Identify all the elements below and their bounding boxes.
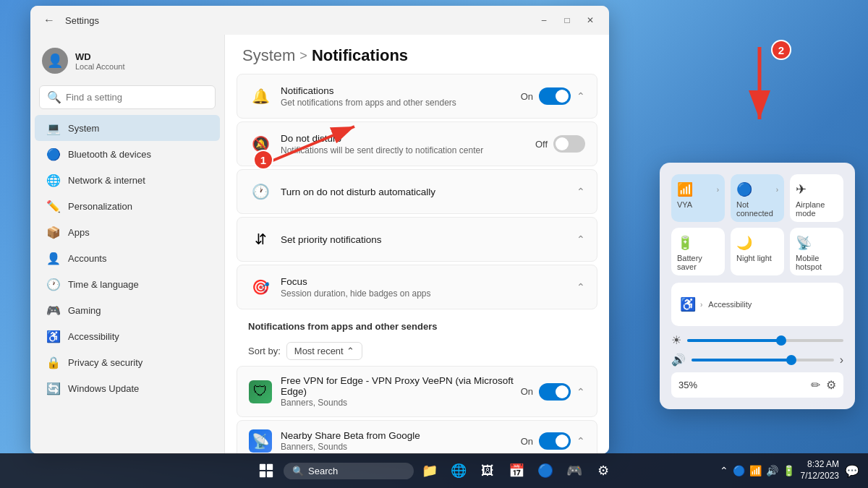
setting-text: Set priority notifications bbox=[281, 234, 576, 245]
calendar-icon[interactable]: 📅 bbox=[503, 458, 529, 484]
search-setting-container[interactable]: 🔍 bbox=[39, 85, 216, 109]
edge-icon[interactable]: 🌐 bbox=[446, 458, 472, 484]
sort-dropdown[interactable]: Most recent ⌃ bbox=[286, 342, 362, 360]
toggle-value: On bbox=[521, 436, 533, 447]
qs-hotspot-button[interactable]: 📡 Mobile hotspot bbox=[790, 228, 843, 275]
vpn-toggle[interactable] bbox=[539, 383, 571, 401]
qs-battery-saver-button[interactable]: 🔋 Battery saver bbox=[671, 228, 725, 275]
search-setting-input[interactable] bbox=[66, 92, 208, 103]
qs-night-light-button[interactable]: 🌙 Night light bbox=[731, 228, 784, 275]
time-icon: 🕐 bbox=[46, 277, 61, 291]
app-row-nearby[interactable]: 📡 Nearby Share Beta from Google Banners,… bbox=[237, 420, 597, 454]
sidebar-item-network[interactable]: 🌐 Network & internet bbox=[35, 167, 220, 193]
svg-rect-4 bbox=[260, 464, 265, 470]
setting-desc: Get notifications from apps and other se… bbox=[281, 98, 521, 108]
sidebar-item-apps[interactable]: 📦 Apps bbox=[35, 219, 220, 245]
brightness-thumb[interactable] bbox=[776, 335, 786, 346]
close-button[interactable]: ✕ bbox=[580, 10, 600, 30]
sidebar-item-time[interactable]: 🕐 Time & language bbox=[35, 271, 220, 297]
settings-icon[interactable]: ⚙ bbox=[590, 458, 616, 484]
brightness-slider[interactable] bbox=[687, 339, 843, 342]
setting-text: Notifications Get notifications from app… bbox=[281, 85, 521, 108]
sidebar-item-privacy[interactable]: 🔒 Privacy & security bbox=[35, 349, 220, 375]
minimize-button[interactable]: – bbox=[534, 10, 554, 30]
volume-thumb[interactable] bbox=[786, 355, 796, 365]
sidebar-item-system[interactable]: 💻 System bbox=[35, 115, 220, 141]
sort-chevron-icon: ⌃ bbox=[346, 346, 354, 356]
notifications-toggle[interactable] bbox=[539, 87, 571, 105]
game-icon[interactable]: 🎮 bbox=[561, 458, 587, 484]
focus-icon: 🎯 bbox=[249, 275, 272, 299]
sidebar-item-accessibility[interactable]: ♿ Accessibility bbox=[35, 323, 220, 349]
setting-title: Set priority notifications bbox=[281, 234, 576, 245]
toggle-value: Off bbox=[535, 139, 548, 150]
chevron-icon: ⌃ bbox=[576, 90, 585, 102]
chrome-icon[interactable]: 🔵 bbox=[532, 458, 558, 484]
photos-icon[interactable]: 🖼 bbox=[475, 458, 501, 484]
svg-rect-7 bbox=[267, 471, 273, 477]
time-display: 8:32 AM bbox=[801, 459, 839, 471]
tray-battery-icon[interactable]: 🔋 bbox=[783, 465, 795, 476]
breadcrumb-system[interactable]: System bbox=[242, 46, 295, 65]
content-body: 🔔 Notifications Get notifications from a… bbox=[225, 74, 609, 454]
avatar-icon: 👤 bbox=[47, 53, 63, 69]
setting-row-auto-dnd[interactable]: 🕐 Turn on do not disturb automatically ⌃ bbox=[237, 169, 597, 214]
gear-icon[interactable]: ⚙ bbox=[826, 378, 836, 392]
maximize-button[interactable]: □ bbox=[557, 10, 577, 30]
volume-slider-row: 🔊 › bbox=[671, 353, 843, 367]
avatar: 👤 bbox=[42, 48, 68, 74]
sidebar-item-gaming[interactable]: 🎮 Gaming bbox=[35, 297, 220, 323]
setting-row-priority[interactable]: ⇵ Set priority notifications ⌃ bbox=[237, 217, 597, 262]
apps-icon: 📦 bbox=[46, 225, 61, 239]
taskbar-center: 🔍 Search 📁 🌐 🖼 📅 🔵 🎮 ⚙ bbox=[252, 456, 616, 485]
qs-accessibility-button[interactable]: ♿ › Accessibility bbox=[671, 283, 843, 326]
sidebar-item-label: Accessibility bbox=[68, 331, 119, 342]
sidebar-item-label: Gaming bbox=[68, 305, 101, 316]
qs-airplane-button[interactable]: ✈ Airplane mode bbox=[790, 174, 843, 222]
volume-slider[interactable] bbox=[692, 359, 834, 361]
sidebar-item-label: System bbox=[68, 123, 99, 134]
date-display: 7/12/2023 bbox=[801, 471, 839, 482]
qs-bluetooth-button[interactable]: 🔵 › Not connected bbox=[731, 174, 784, 222]
back-button[interactable]: ← bbox=[39, 10, 59, 30]
setting-row-focus[interactable]: 🎯 Focus Session duration, hide badges on… bbox=[237, 265, 597, 309]
tray-bluetooth-icon[interactable]: 🔵 bbox=[733, 465, 745, 476]
app-row-vpn[interactable]: 🛡 Free VPN for Edge - VPN Proxy VeePN (v… bbox=[237, 366, 597, 417]
taskbar-time[interactable]: 8:32 AM 7/12/2023 bbox=[801, 459, 839, 481]
wifi-icon: 📶 bbox=[677, 181, 693, 197]
sidebar-item-accounts[interactable]: 👤 Accounts bbox=[35, 245, 220, 271]
window-controls: – □ ✕ bbox=[534, 10, 600, 30]
sidebar-item-bluetooth[interactable]: 🔵 Bluetooth & devices bbox=[35, 141, 220, 167]
battery-percentage: 35% bbox=[678, 380, 811, 390]
bluetooth-icon: 🔵 bbox=[46, 147, 61, 161]
tray-volume-icon[interactable]: 🔊 bbox=[766, 465, 778, 476]
qs-wifi-button[interactable]: 📶 › VYA bbox=[671, 174, 725, 222]
accounts-icon: 👤 bbox=[46, 251, 61, 265]
notifications-icon: 🔔 bbox=[249, 85, 272, 108]
setting-right: ⌃ bbox=[576, 234, 585, 245]
setting-row-dnd[interactable]: 🔕 Do not disturb Notifications will be s… bbox=[237, 121, 597, 166]
dnd-toggle[interactable] bbox=[553, 135, 585, 153]
sidebar-item-label: Privacy & security bbox=[68, 357, 142, 368]
hotspot-icon: 📡 bbox=[796, 235, 812, 251]
volume-extra-icon[interactable]: › bbox=[840, 354, 843, 367]
start-button[interactable] bbox=[252, 456, 281, 485]
tray-icons: ⌃ 🔵 📶 🔊 🔋 bbox=[720, 465, 795, 476]
setting-title: Do not disturb bbox=[281, 133, 535, 144]
sidebar-item-update[interactable]: 🔄 Windows Update bbox=[35, 375, 220, 401]
edit-icon[interactable]: ✏ bbox=[811, 378, 820, 392]
taskbar-search[interactable]: 🔍 Search bbox=[284, 463, 414, 479]
setting-row-notifications[interactable]: 🔔 Notifications Get notifications from a… bbox=[237, 74, 597, 119]
setting-right: Off bbox=[535, 135, 585, 153]
nearby-toggle[interactable] bbox=[539, 432, 571, 450]
tray-wifi-icon[interactable]: 📶 bbox=[749, 465, 762, 476]
file-explorer-icon[interactable]: 📁 bbox=[417, 458, 443, 484]
setting-right: On ⌃ bbox=[521, 87, 585, 105]
notification-center-icon[interactable]: 💬 bbox=[845, 464, 859, 478]
brightness-slider-row: ☀ bbox=[671, 333, 843, 347]
user-profile[interactable]: 👤 WD Local Account bbox=[30, 40, 224, 85]
sidebar-item-personalization[interactable]: ✏️ Personalization bbox=[35, 193, 220, 219]
tray-chevron-icon[interactable]: ⌃ bbox=[720, 465, 728, 476]
chevron-icon: ⌃ bbox=[576, 186, 585, 197]
window-titlebar: ← Settings – □ ✕ bbox=[30, 6, 609, 35]
